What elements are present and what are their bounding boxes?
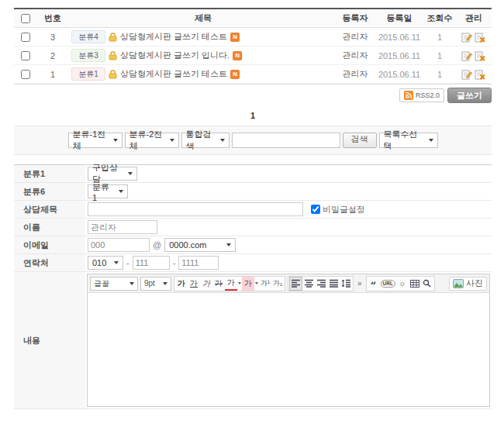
list-actions: RSS2.0 글쓰기 — [399, 88, 492, 103]
highlight-dropdown-arrow[interactable] — [255, 282, 258, 284]
post-date: 2015.06.11 — [375, 51, 423, 60]
new-post-icon: N — [230, 33, 240, 42]
rss-button[interactable]: RSS2.0 — [399, 88, 444, 102]
chevron-down-icon — [170, 139, 174, 142]
link-button[interactable]: URL — [380, 277, 396, 291]
align-button-group — [288, 276, 354, 291]
name-label: 이름 — [14, 219, 85, 236]
bold-button[interactable]: 가 — [175, 277, 188, 291]
secret-post-label: 비밀글설정 — [323, 204, 365, 215]
new-post-icon: N — [233, 51, 242, 60]
insert-button-group: “ URL ☼ — [366, 276, 435, 291]
category1-filter-select[interactable]: 분류-1전체 — [68, 133, 123, 148]
lock-icon — [109, 70, 117, 79]
email-id-input[interactable] — [88, 238, 150, 252]
highlight-color-button[interactable]: 가 — [242, 277, 254, 291]
edit-icon[interactable] — [461, 32, 473, 43]
subscript-button[interactable]: 가₁ — [271, 277, 284, 291]
search-button[interactable]: 검색 — [343, 133, 377, 148]
title-label: 상담제목 — [14, 201, 85, 218]
phone-last-input[interactable] — [178, 256, 219, 270]
search-input[interactable] — [232, 133, 340, 148]
category-badge: 분류1 — [71, 67, 105, 81]
post-author: 관리자 — [335, 68, 375, 80]
phone-mid-input[interactable] — [133, 256, 170, 270]
form-row-name: 이름 — [14, 219, 492, 236]
post-author: 관리자 — [335, 31, 375, 43]
special-char-button[interactable]: ☼ — [396, 277, 409, 291]
page-number[interactable]: 1 — [247, 110, 258, 121]
photo-button[interactable]: 사진 — [449, 277, 487, 291]
edit-icon[interactable] — [461, 69, 473, 80]
rss-icon — [404, 91, 413, 100]
chevron-down-icon — [129, 282, 134, 285]
chevron-down-icon — [128, 172, 133, 175]
consult-board-page: 번호 제목 등록자 등록일 조회수 관리 3 분류4 상담형게시판 글쓰기 테스… — [0, 0, 504, 424]
italic-button[interactable]: 가 — [200, 277, 212, 291]
align-left-button[interactable] — [289, 277, 302, 291]
chevron-down-icon — [429, 139, 433, 142]
edit-icon[interactable] — [461, 50, 473, 61]
blockquote-button[interactable]: “ — [368, 277, 380, 291]
font-family-select[interactable]: 글꼴 — [90, 277, 138, 291]
category2-filter-select[interactable]: 분류-2전체 — [125, 133, 179, 148]
align-justify-button[interactable] — [327, 277, 340, 291]
table-button[interactable] — [409, 277, 421, 291]
dash-separator: - — [173, 258, 176, 267]
editor-content-area[interactable] — [88, 293, 489, 406]
delete-icon[interactable] — [475, 32, 486, 43]
content-label: 내용 — [14, 272, 85, 408]
chevron-down-icon — [163, 282, 167, 285]
category-badge: 분류4 — [71, 30, 105, 43]
post-list-table: 번호 제목 등록자 등록일 조회수 관리 3 분류4 상담형게시판 글쓰기 테스… — [14, 8, 492, 84]
consult-title-input[interactable] — [88, 202, 303, 216]
row-checkbox[interactable] — [21, 51, 30, 60]
superscript-button[interactable]: 가¹ — [259, 277, 271, 291]
category1-select[interactable]: 구입상담 — [88, 167, 137, 181]
font-color-button[interactable]: 가 — [225, 277, 237, 291]
name-input[interactable] — [88, 220, 157, 234]
font-color-dropdown-arrow[interactable] — [238, 282, 241, 284]
lock-icon — [109, 33, 117, 42]
post-number: 2 — [37, 51, 68, 60]
email-label: 이메일 — [14, 236, 85, 253]
col-author: 등록자 — [335, 12, 375, 24]
phone-prefix-select[interactable]: 010 — [88, 256, 123, 270]
post-title-link[interactable]: 상담형게시판 글쓰기 입니다. — [120, 50, 230, 61]
delete-icon[interactable] — [475, 50, 486, 61]
table-row: 1 분류1 상담형게시판 글쓰기 테스트 N 관리자 2015.06.11 1 — [14, 65, 492, 84]
align-right-button[interactable] — [315, 277, 327, 291]
email-domain-select[interactable]: 0000.com — [164, 238, 236, 252]
search-scope-select[interactable]: 통합검색 — [181, 133, 230, 148]
row-checkbox[interactable] — [21, 33, 30, 42]
strikethrough-button[interactable]: 가 — [212, 277, 225, 291]
delete-icon[interactable] — [475, 69, 486, 80]
post-date: 2015.06.11 — [375, 70, 423, 79]
list-count-select[interactable]: 목록수선택 — [379, 133, 438, 148]
select-all-checkbox[interactable] — [21, 14, 30, 23]
new-post-icon: N — [230, 70, 240, 79]
post-title-link[interactable]: 상담형게시판 글쓰기 테스트 — [120, 68, 227, 80]
col-title: 제목 — [68, 12, 335, 24]
category-badge: 분류3 — [71, 49, 105, 62]
underline-button[interactable]: 가 — [188, 277, 200, 291]
align-center-button[interactable] — [302, 277, 315, 291]
write-button[interactable]: 글쓰기 — [447, 88, 492, 103]
post-author: 관리자 — [335, 50, 375, 61]
rich-text-editor: 글꼴 9pt 가 가 가 가 가 가 — [87, 274, 490, 407]
search-bar: 분류-1전체 분류-2전체 통합검색 검색 목록수선택 — [14, 126, 492, 155]
editor-toolbar: 글꼴 9pt 가 가 가 가 가 가 — [88, 274, 489, 293]
line-height-button[interactable] — [340, 277, 352, 291]
post-title-link[interactable]: 상담형게시판 글쓰기 테스트 — [120, 31, 227, 43]
row-checkbox[interactable] — [21, 70, 30, 79]
post-number: 1 — [37, 70, 68, 79]
find-replace-button[interactable] — [421, 277, 433, 291]
col-manage: 관리 — [456, 12, 492, 24]
more-tools-button[interactable]: » — [356, 279, 364, 288]
font-size-select[interactable]: 9pt — [140, 277, 171, 291]
post-date: 2015.06.11 — [375, 33, 423, 42]
secret-post-checkbox[interactable] — [311, 205, 320, 214]
category6-select[interactable]: 분류1 — [88, 184, 128, 198]
chevron-down-icon — [119, 190, 123, 193]
at-sign: @ — [153, 240, 161, 250]
